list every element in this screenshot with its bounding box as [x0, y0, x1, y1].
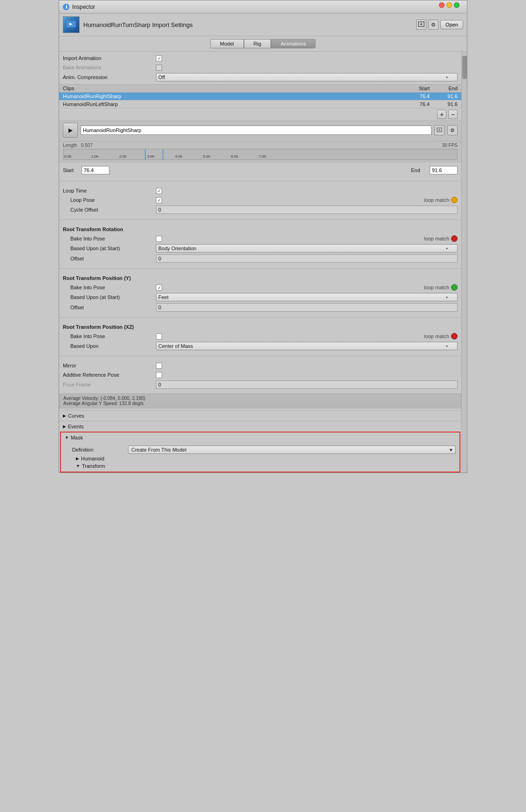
- clip-row[interactable]: HumanoidRunLeftSharp 76.4 91.6: [59, 100, 461, 108]
- root-rotation-based-dropdown[interactable]: Body Orientation ▾: [156, 244, 458, 253]
- inspector-title: Inspector: [72, 4, 95, 10]
- root-pos-y-bake-checkbox[interactable]: [156, 285, 162, 291]
- timeline-area: Length 0.507 30 FPS 0:00 1:00 2:00 3:00 …: [59, 142, 461, 162]
- root-rotation-bake-row: Bake Into Pose loop match: [63, 234, 458, 243]
- cycle-offset-row: Cycle Offset 0: [63, 205, 458, 215]
- root-rotation-dot: [451, 235, 458, 242]
- asset-settings-btn[interactable]: ⚙: [428, 20, 438, 30]
- loop-time-label: Loop Time: [63, 188, 156, 193]
- events-label: Events: [68, 424, 84, 429]
- svg-point-6: [439, 129, 440, 131]
- asset-icon: [63, 16, 80, 33]
- mask-content: Definition Create From This Model ▾ ▶ Hu…: [61, 443, 459, 472]
- humanoid-label: Humanoid: [81, 456, 104, 461]
- transform-arrow: ▼: [76, 464, 80, 468]
- mask-definition-dropdown[interactable]: Create From This Model ▾: [128, 446, 456, 454]
- remove-clip-button[interactable]: −: [448, 110, 458, 119]
- import-animation-label: Import Animation: [63, 55, 156, 61]
- root-pos-y-based-label: Based Upon (at Start): [63, 294, 156, 300]
- asset-title: HumanoidRunTurnSharp Import Settings: [83, 21, 193, 28]
- open-button[interactable]: Open: [440, 20, 463, 29]
- length-label: Length 0.507: [63, 143, 93, 148]
- tab-animations[interactable]: Animations: [271, 39, 316, 48]
- root-pos-xz-bake-label: Bake Into Pose: [63, 333, 156, 339]
- chevron-down-icon: ▾: [450, 447, 452, 453]
- root-pos-xz-based-label: Based Upon: [63, 343, 156, 349]
- root-pos-xz-match-text: loop match: [424, 333, 449, 339]
- window-close-btn[interactable]: [439, 2, 445, 8]
- add-clip-button[interactable]: +: [437, 110, 446, 119]
- clips-section: Clips Start End HumanoidRunRightSharp 76…: [59, 84, 461, 120]
- asset-preview-btn[interactable]: [416, 20, 426, 30]
- clip-preview-btn[interactable]: [434, 125, 445, 135]
- anim-compression-dropdown[interactable]: Off ▾: [156, 73, 458, 81]
- curves-label: Curves: [68, 413, 84, 419]
- scroll-thumb[interactable]: [462, 56, 467, 79]
- import-animation-row: Import Animation: [63, 53, 458, 63]
- avg-velocity-text: Average Velocity: (-0.084, 0.000, 2.190): [63, 396, 457, 401]
- curves-header[interactable]: ▶ Curves: [59, 411, 461, 421]
- pose-frame-row: Pose Frame 0: [63, 379, 458, 390]
- mask-header[interactable]: ▼ Mask: [61, 433, 459, 443]
- humanoid-item[interactable]: ▶ Humanoid: [72, 455, 456, 462]
- loop-pose-match-text: loop match: [424, 197, 449, 203]
- root-pos-xz-based-dropdown[interactable]: Center of Mass ▾: [156, 342, 458, 350]
- root-pos-y-offset-value[interactable]: 0: [156, 303, 458, 312]
- clip-row[interactable]: HumanoidRunRightSharp 76.4 91.6: [59, 93, 461, 100]
- cycle-offset-label: Cycle Offset: [63, 207, 156, 213]
- timeline-ruler[interactable]: 0:00 1:00 2:00 3:00 4:00 5:00 6:00 7:00: [63, 149, 458, 160]
- root-rotation-bake-checkbox[interactable]: [156, 236, 162, 242]
- root-pos-xz-dot: [451, 333, 458, 339]
- start-input[interactable]: [81, 166, 109, 174]
- root-rotation-based-label: Based Upon (at Start): [63, 246, 156, 251]
- loop-time-row: Loop Time: [63, 186, 458, 195]
- tab-rig[interactable]: Rig: [244, 39, 271, 48]
- start-label: Start: [63, 167, 81, 173]
- events-header[interactable]: ▶ Events: [59, 421, 461, 432]
- mask-section: ▼ Mask Definition Create From This Model…: [60, 432, 460, 473]
- root-pos-y-offset-label: Offset: [63, 305, 156, 310]
- loop-pose-checkbox[interactable]: [156, 197, 162, 203]
- cycle-offset-value[interactable]: 0: [156, 206, 458, 214]
- root-pos-y-based-row: Based Upon (at Start) Feet ▾: [63, 292, 458, 302]
- additive-checkbox[interactable]: [156, 372, 162, 378]
- window-max-btn[interactable]: [454, 2, 459, 8]
- transform-item[interactable]: ▼ Transform: [72, 462, 456, 470]
- tab-model[interactable]: Model: [210, 39, 244, 48]
- clips-actions: + −: [59, 108, 461, 120]
- root-pos-y-offset-row: Offset 0: [63, 302, 458, 313]
- root-pos-y-bake-label: Bake Into Pose: [63, 285, 156, 290]
- window-min-btn[interactable]: [446, 2, 452, 8]
- events-section: ▶ Events: [59, 421, 461, 432]
- import-animation-checkbox[interactable]: [156, 55, 162, 61]
- start-end-row: Start End: [63, 164, 458, 176]
- root-rotation-offset-row: Offset 0: [63, 253, 458, 264]
- clips-header: Clips Start End: [59, 84, 461, 93]
- play-button[interactable]: ▶: [63, 123, 78, 138]
- end-label: End: [411, 167, 430, 173]
- clip-settings-btn[interactable]: ⚙: [447, 125, 458, 135]
- mirror-label: Mirror: [63, 363, 156, 368]
- end-input[interactable]: [430, 166, 458, 174]
- root-pos-y-based-dropdown[interactable]: Feet ▾: [156, 293, 458, 301]
- mask-arrow: ▼: [65, 435, 69, 440]
- mask-definition-row: Definition Create From This Model ▾: [72, 445, 456, 455]
- bake-animations-checkbox[interactable]: [156, 65, 162, 71]
- clip-name-input[interactable]: [81, 126, 432, 135]
- events-arrow: ▶: [63, 424, 66, 429]
- root-rotation-offset-value[interactable]: 0: [156, 254, 458, 263]
- mask-label: Mask: [71, 435, 83, 440]
- root-pos-y-dot: [451, 284, 458, 291]
- svg-rect-2: [67, 28, 75, 29]
- root-rotation-offset-label: Offset: [63, 256, 156, 261]
- pose-frame-label: Pose Frame: [63, 382, 156, 387]
- mirror-row: Mirror: [63, 361, 458, 370]
- mirror-checkbox[interactable]: [156, 363, 162, 369]
- scrollbar[interactable]: [461, 52, 467, 473]
- additive-label: Additive Reference Pose: [63, 372, 156, 378]
- info-box: Average Velocity: (-0.084, 0.000, 2.190)…: [59, 393, 461, 408]
- loop-time-checkbox[interactable]: [156, 188, 162, 194]
- root-pos-xz-bake-checkbox[interactable]: [156, 333, 162, 339]
- root-rotation-bake-label: Bake Into Pose: [63, 236, 156, 241]
- root-pos-y-header: Root Transform Position (Y): [63, 275, 156, 281]
